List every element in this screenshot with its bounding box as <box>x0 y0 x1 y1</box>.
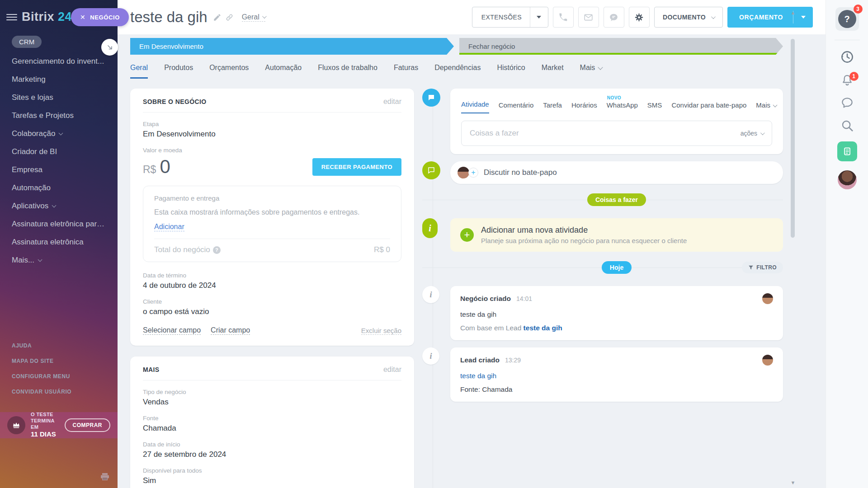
sidebar-footer-link[interactable]: MAPA DO SITE <box>12 358 71 364</box>
discuss-chat-button[interactable]: + Discutir no bate-papo <box>450 161 783 184</box>
sidebar-item[interactable]: Automação <box>0 179 118 197</box>
sidebar-item[interactable]: Sites e lojas <box>0 89 118 107</box>
stream-tab[interactable]: Convidar para bate-papo <box>671 101 746 113</box>
deal-tab[interactable]: Histórico <box>497 64 525 79</box>
coisas-a-fazer-pill[interactable]: Coisas a fazer <box>587 193 646 206</box>
sidebar-item[interactable]: Criador de BI <box>0 143 118 161</box>
messenger-button[interactable] <box>840 96 854 110</box>
sidebar-item[interactable]: Mais... <box>0 251 118 269</box>
activity-stream-column: AtividadeComentárioTarefaHoráriosNOVOWha… <box>422 89 783 488</box>
scroll-down-arrow[interactable]: ▼ <box>790 480 796 485</box>
search-button[interactable] <box>840 119 854 132</box>
author-avatar <box>762 355 773 366</box>
sidebar-item[interactable]: Assinatura eletrônica <box>0 233 118 251</box>
sidebar-item[interactable]: Gerenciamento do invent... <box>0 52 118 70</box>
chevron-down-icon <box>760 131 765 135</box>
orcamento-button[interactable]: ORÇAMENTO <box>727 7 813 28</box>
receber-pagamento-button[interactable]: RECEBER PAGAMENTO <box>312 158 401 176</box>
printer-icon[interactable] <box>100 473 109 481</box>
chat-bubble-icon <box>840 96 854 110</box>
deal-tab[interactable]: Produtos <box>164 64 193 79</box>
sidebar-item[interactable]: Tarefas e Projetos <box>0 107 118 125</box>
main-scrollbar[interactable]: ▲ ▼ <box>790 10 796 485</box>
stream-tab[interactable]: NOVOWhatsApp <box>607 101 638 113</box>
stream-tab[interactable]: Mais <box>756 101 777 113</box>
stream-tab[interactable]: Comentário <box>499 101 534 113</box>
pipeline-stage-bar: Em Desenvolvimento Fechar negócio <box>130 38 783 55</box>
history-button[interactable] <box>840 49 855 65</box>
deal-tab[interactable]: Mais <box>580 64 603 79</box>
sidebar-item[interactable]: Empresa <box>0 161 118 179</box>
delete-section-link[interactable]: Excluir seção <box>361 327 401 335</box>
bitrix24-logo[interactable]: Bitrix 24 <box>22 10 72 24</box>
deal-tab[interactable]: Market <box>542 64 564 79</box>
email-button[interactable] <box>578 7 599 28</box>
deal-tab[interactable]: Dependências <box>434 64 481 79</box>
crm-badge[interactable]: CRM <box>12 36 42 48</box>
about-edit-link[interactable]: editar <box>383 98 401 106</box>
help-tooltip-icon[interactable]: ? <box>213 246 221 254</box>
sidebar-footer-link[interactable]: CONVIDAR USUÁRIO <box>12 389 71 395</box>
stage-em-desenvolvimento[interactable]: Em Desenvolvimento <box>130 38 454 55</box>
filter-button[interactable]: FILTRO <box>742 262 783 273</box>
settings-gear-icon[interactable] <box>629 7 650 28</box>
stream-tab[interactable]: Tarefa <box>543 101 562 113</box>
documento-button[interactable]: DOCUMENTO <box>654 7 723 28</box>
extensions-dropdown-arrow[interactable] <box>530 7 548 27</box>
chat-button[interactable] <box>604 7 624 28</box>
add-participant-icon[interactable]: + <box>468 168 478 178</box>
notifications-button[interactable]: 1 <box>840 74 854 87</box>
add-payment-link[interactable]: Adicionar <box>154 223 184 231</box>
entity-pill-negocio[interactable]: ✕ NEGÓCIO <box>71 8 129 26</box>
sidebar-item[interactable]: Colaboração <box>0 125 118 143</box>
sidebar-item[interactable]: Aplicativos <box>0 197 118 215</box>
lead-link[interactable]: teste da gih <box>524 324 562 332</box>
select-field-link[interactable]: Selecionar campo <box>143 326 201 335</box>
timeline-entry-deal-created: i Negócio criado 14:01 teste da gih Com … <box>422 286 783 340</box>
sidebar-item[interactable]: Assinatura eletrônica para... <box>0 215 118 233</box>
stream-tab[interactable]: SMS <box>647 101 662 113</box>
sidebar-footer-link[interactable]: CONFIGURAR MENU <box>12 373 71 380</box>
sidebar-footer-link[interactable]: AJUDA <box>12 343 71 349</box>
pipeline-view-selector[interactable]: Geral <box>242 13 265 22</box>
copy-link-icon[interactable] <box>225 13 234 22</box>
lead-link[interactable]: teste da gih <box>460 372 496 380</box>
author-avatar <box>762 293 773 304</box>
stream-tab[interactable]: Atividade <box>461 100 489 113</box>
create-field-link[interactable]: Criar campo <box>211 326 250 335</box>
stage-fechar-negocio[interactable]: Fechar negócio <box>459 38 783 55</box>
sidebar-collapse-button[interactable] <box>101 39 118 56</box>
orcamento-dropdown-arrow[interactable] <box>793 11 813 23</box>
info-field: Data de início 27 de setembro de 2024 <box>143 441 401 459</box>
deal-tab[interactable]: Faturas <box>394 64 418 79</box>
stream-tab[interactable]: Horários <box>571 101 597 113</box>
add-activity-banner[interactable]: + Adicionar uma nova atividade Planeje s… <box>450 218 783 252</box>
close-icon[interactable]: ✕ <box>80 14 85 21</box>
more-card-title: MAIS <box>143 366 160 373</box>
deal-content: SOBRE O NEGÓCIO editar Etapa Em Desenvol… <box>118 79 826 488</box>
acoes-dropdown[interactable]: ações <box>741 130 764 137</box>
edit-title-icon[interactable] <box>213 13 222 22</box>
right-toolbar: ? 3 1 <box>826 0 868 488</box>
hoje-pill[interactable]: Hoje <box>602 261 632 274</box>
profile-button[interactable] <box>838 170 857 189</box>
entry-card[interactable]: Negócio criado 14:01 teste da gih Com ba… <box>450 286 783 340</box>
market-app-button[interactable] <box>837 141 857 161</box>
phone-call-button[interactable] <box>553 7 574 28</box>
hamburger-menu-icon[interactable] <box>6 14 17 20</box>
page-title: teste da gih <box>130 9 208 26</box>
entry-card[interactable]: Lead criado 13:29 teste da gih Fonte: Ch… <box>450 347 783 402</box>
deal-tab[interactable]: Fluxos de trabalho <box>318 64 377 79</box>
todo-input[interactable] <box>470 129 741 138</box>
help-button[interactable]: ? 3 <box>835 7 859 31</box>
scroll-up-arrow[interactable]: ▲ <box>790 10 796 15</box>
sidebar-item[interactable]: Marketing <box>0 70 118 89</box>
buy-button[interactable]: COMPRAR <box>65 418 111 432</box>
deal-amount[interactable]: R$0 <box>143 156 170 178</box>
extensions-button[interactable]: EXTENSÕES <box>472 7 548 28</box>
more-edit-link[interactable]: editar <box>383 366 401 374</box>
deal-tab[interactable]: Automação <box>265 64 302 79</box>
scrollbar-thumb[interactable] <box>791 39 795 238</box>
deal-tab[interactable]: Orçamentos <box>209 64 249 79</box>
deal-tab[interactable]: Geral <box>130 64 148 79</box>
